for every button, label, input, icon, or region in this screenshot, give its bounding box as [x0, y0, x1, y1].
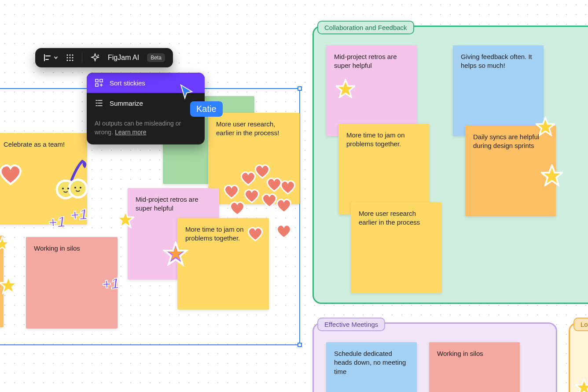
svg-point-7: [70, 55, 71, 56]
cursor-name-tag: Katie: [190, 101, 223, 117]
sticky-text: Mid-project retros are super helpful: [136, 196, 198, 212]
sticky-text: Celebrate as a team!: [4, 141, 65, 148]
selection-handle[interactable]: [298, 343, 302, 347]
svg-rect-17: [96, 84, 98, 86]
sticky-note[interactable]: More time to jam on problems together.: [177, 218, 269, 310]
section-title: Collaboration and Feedback: [317, 21, 414, 34]
sticky-text: More time to jam on problems together.: [185, 226, 244, 242]
sticky-text: Schedule dedicated heads down, no meetin…: [334, 350, 406, 375]
remote-cursor: [180, 84, 194, 100]
svg-point-8: [72, 55, 74, 56]
sticky-text: Daily syncs are helpful during design sp…: [473, 133, 539, 149]
section-title: Loca: [573, 318, 588, 331]
svg-rect-15: [96, 79, 98, 82]
section-effective-meetings[interactable]: Effective Meetings Schedule dedicated he…: [312, 322, 557, 392]
sticky-text: More user research earlier in the proces…: [359, 210, 420, 226]
sticky-note[interactable]: More user research, earlier in the proce…: [208, 113, 300, 204]
sticky-text: Giving feedback often. It helps so much!: [461, 53, 532, 69]
section-title: Effective Meetings: [317, 318, 385, 331]
ai-disclaimer: AI outputs can be misleading or wrong. L…: [87, 113, 205, 144]
figjam-ai-toolbar[interactable]: FigJam AI Beta: [35, 48, 173, 67]
align-icon[interactable]: [43, 53, 58, 62]
svg-point-14: [72, 60, 74, 61]
menu-item-label: Summarize: [110, 100, 143, 107]
sticky-note[interactable]: [0, 236, 4, 327]
sticky-text: Working in silos: [437, 350, 483, 357]
svg-point-9: [67, 57, 68, 59]
sticky-note[interactable]: More time to jam on problems together.: [338, 124, 429, 214]
sparkle-icon: [90, 53, 100, 63]
svg-point-13: [70, 60, 71, 61]
sort-stickies-icon: [95, 78, 103, 87]
sticky-note[interactable]: Daily syncs are helpful during design sp…: [465, 126, 556, 216]
sticky-text: Working in silos: [34, 244, 80, 252]
beta-badge: Beta: [147, 53, 165, 62]
section-local[interactable]: Loca: [569, 322, 588, 392]
sticky-note[interactable]: Working in silos: [429, 342, 520, 392]
section-collaboration[interactable]: Collaboration and Feedback Mid-project r…: [312, 26, 588, 304]
svg-rect-16: [100, 79, 103, 82]
sticky-note[interactable]: Mid-project retros are super helpful: [326, 45, 417, 136]
svg-point-12: [67, 60, 68, 61]
sticky-note[interactable]: Giving feedback often. It helps so much!: [453, 45, 544, 136]
svg-point-11: [72, 57, 74, 59]
sticky-note[interactable]: More user research earlier in the proces…: [351, 202, 441, 293]
sticky-note[interactable]: Celebrate as a team!: [0, 133, 87, 225]
chevron-down-icon: [54, 55, 58, 60]
selection-handle[interactable]: [298, 86, 302, 91]
sticky-text: More time to jam on problems together.: [346, 131, 405, 148]
grid-icon[interactable]: [66, 54, 74, 62]
figjam-ai-label: FigJam AI: [108, 54, 139, 62]
sticky-note[interactable]: Schedule dedicated heads down, no meetin…: [326, 342, 417, 392]
heart-sticker: [276, 224, 292, 239]
star-sticker: [575, 378, 588, 392]
svg-point-6: [67, 55, 68, 56]
sticky-text: Mid-project retros are super helpful: [334, 53, 397, 69]
menu-item-label: Sort stickies: [110, 79, 145, 87]
learn-more-link[interactable]: Learn more: [115, 129, 147, 136]
sticky-note[interactable]: Working in silos: [26, 237, 118, 329]
sticky-text: More user research, earlier in the proce…: [216, 120, 279, 137]
summarize-icon: [95, 99, 103, 107]
svg-point-10: [70, 57, 71, 59]
